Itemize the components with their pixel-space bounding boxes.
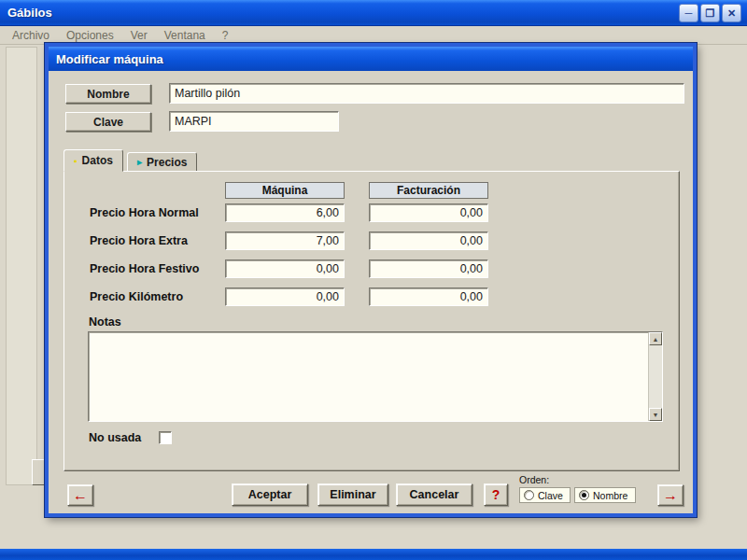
- precio-kilometro-maquina-input[interactable]: [225, 287, 345, 306]
- menu-item-archivo[interactable]: Archivo: [4, 27, 58, 44]
- menu-item-ventana[interactable]: Ventana: [156, 27, 214, 44]
- client-area: Modificar máquina Nombre Clave ▪ Datos ▸…: [0, 45, 747, 549]
- notas-scrollbar[interactable]: ▲ ▼: [648, 332, 662, 421]
- tab-precios[interactable]: ▸ Precios: [127, 152, 197, 172]
- nombre-input[interactable]: [169, 83, 684, 104]
- orden-radio-clave[interactable]: Clave: [519, 487, 571, 503]
- precio-hora-festivo-maquina-input[interactable]: [225, 259, 345, 278]
- row-label-precio-hora-extra: Precio Hora Extra: [90, 234, 188, 247]
- precio-hora-normal-facturacion-input[interactable]: [369, 203, 488, 222]
- close-button[interactable]: ✕: [722, 4, 741, 22]
- precio-hora-festivo-facturacion-input[interactable]: [369, 259, 488, 278]
- dialog-titlebar: Modificar máquina: [49, 47, 693, 71]
- help-icon: ?: [492, 487, 500, 502]
- aceptar-button-label: Aceptar: [248, 488, 292, 501]
- cancelar-button[interactable]: Cancelar: [396, 483, 472, 506]
- row-label-precio-hora-festivo: Precio Hora Festivo: [90, 262, 199, 275]
- aceptar-button[interactable]: Aceptar: [232, 483, 308, 506]
- prev-arrow-icon: ←: [73, 487, 88, 504]
- row-label-precio-hora-normal: Precio Hora Normal: [90, 206, 199, 219]
- orden-radio-nombre-label: Nombre: [593, 490, 627, 501]
- maximize-icon: ❐: [706, 8, 715, 19]
- window-titlebar: Gábilos: [0, 0, 747, 26]
- menu-item-opciones[interactable]: Opciones: [58, 27, 122, 44]
- scroll-down-icon: ▼: [653, 412, 659, 418]
- precio-hora-normal-maquina-input[interactable]: [225, 203, 345, 222]
- window-title: Gábilos: [7, 6, 52, 20]
- background-side-panel: [6, 47, 37, 485]
- clave-button-label: Clave: [93, 116, 123, 129]
- tab-datos-marker-icon: ▪: [74, 156, 78, 166]
- precio-hora-extra-maquina-input[interactable]: [225, 231, 345, 250]
- nombre-button-label: Nombre: [87, 88, 129, 101]
- minimize-icon: ─: [685, 8, 693, 19]
- orden-label: Orden:: [519, 474, 549, 485]
- precio-hora-extra-facturacion-input[interactable]: [369, 231, 488, 250]
- eliminar-button-label: Eliminar: [330, 488, 375, 501]
- menu-bar: Archivo Opciones Ver Ventana ?: [0, 26, 747, 45]
- maximize-button[interactable]: ❐: [700, 4, 720, 22]
- nombre-button[interactable]: Nombre: [65, 84, 151, 104]
- column-header-maquina-label: Máquina: [262, 184, 308, 197]
- tab-precios-marker-icon: ▸: [137, 157, 142, 167]
- radio-clave-icon: [524, 490, 534, 500]
- scroll-up-button[interactable]: ▲: [649, 332, 662, 345]
- column-header-facturacion-label: Facturación: [397, 184, 460, 197]
- minimize-button[interactable]: ─: [679, 4, 698, 22]
- column-header-maquina: Máquina: [225, 182, 345, 199]
- notas-label: Notas: [89, 315, 121, 329]
- scroll-up-icon: ▲: [653, 336, 659, 343]
- dialog-modificar-maquina: Modificar máquina Nombre Clave ▪ Datos ▸…: [45, 43, 697, 517]
- prev-record-button[interactable]: ←: [67, 484, 93, 506]
- menu-item-ver[interactable]: Ver: [122, 27, 156, 44]
- tab-datos-label: Datos: [82, 154, 113, 167]
- menu-item-ayuda[interactable]: ?: [214, 27, 237, 44]
- tab-precios-label: Precios: [147, 156, 187, 169]
- cancelar-button-label: Cancelar: [410, 488, 459, 501]
- precio-kilometro-facturacion-input[interactable]: [369, 287, 488, 306]
- column-header-facturacion: Facturación: [369, 182, 488, 199]
- tab-datos[interactable]: ▪ Datos: [63, 149, 123, 172]
- next-record-button[interactable]: →: [657, 484, 684, 506]
- row-label-precio-kilometro: Precio Kilómetro: [90, 290, 183, 303]
- next-arrow-icon: →: [663, 487, 678, 504]
- window-controls: ─ ❐ ✕: [679, 4, 741, 22]
- no-usada-label: No usada: [89, 431, 141, 444]
- window-bottom-border: [0, 549, 747, 560]
- orden-radio-nombre[interactable]: Nombre: [574, 487, 636, 503]
- eliminar-button[interactable]: Eliminar: [317, 483, 388, 506]
- scroll-down-button[interactable]: ▼: [649, 408, 662, 421]
- clave-input[interactable]: [169, 111, 339, 132]
- clave-button[interactable]: Clave: [65, 112, 151, 132]
- close-icon: ✕: [727, 8, 736, 19]
- notas-textarea[interactable]: [88, 331, 663, 422]
- tab-panel-datos: Máquina Facturación Precio Hora Normal P…: [63, 171, 680, 471]
- dialog-title: Modificar máquina: [56, 52, 163, 66]
- orden-radio-clave-label: Clave: [538, 490, 563, 501]
- no-usada-checkbox[interactable]: [159, 431, 172, 444]
- help-button[interactable]: ?: [484, 483, 508, 506]
- radio-nombre-icon: [579, 490, 589, 500]
